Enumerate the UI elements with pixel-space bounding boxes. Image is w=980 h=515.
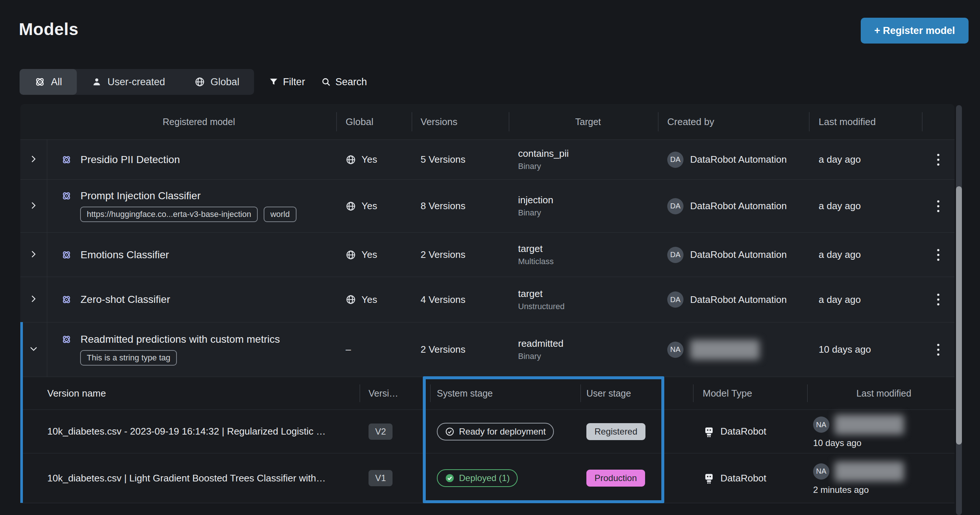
- tab-all[interactable]: All: [19, 69, 77, 95]
- filter-button[interactable]: Filter: [269, 76, 305, 88]
- model-name[interactable]: Emotions Classifier: [81, 249, 169, 261]
- model-name[interactable]: Prompt Injection Classifier: [81, 190, 200, 202]
- user-stage-badge: Registered: [586, 423, 646, 440]
- collapse-button[interactable]: [20, 322, 47, 377]
- register-model-button[interactable]: + Register model: [861, 18, 969, 44]
- filter-controls: All User-created Global Filt: [19, 69, 367, 95]
- avatar: NA: [667, 342, 684, 358]
- chevron-down-icon: [30, 345, 38, 355]
- column-target[interactable]: Target: [509, 104, 658, 139]
- model-registry-icon: [61, 155, 72, 165]
- subtable-header: Version name Versi… System stage User st…: [20, 377, 955, 409]
- avatar: DA: [667, 152, 684, 168]
- version-row[interactable]: 10k_diabetes.csv - 2023-09-19 16:14:32 |…: [20, 409, 955, 453]
- column-sub-last-modified[interactable]: Last modified: [807, 377, 955, 409]
- globe-icon: [345, 295, 356, 305]
- versions-value: 2 Versions: [412, 344, 509, 355]
- tab-group: All User-created Global: [19, 69, 254, 95]
- versions-value: 2 Versions: [412, 249, 509, 260]
- globe-icon: [345, 201, 356, 211]
- column-version[interactable]: Versi…: [360, 377, 430, 409]
- created-by-name: DataRobot Automation: [690, 200, 787, 212]
- expand-button[interactable]: [20, 140, 47, 179]
- search-button[interactable]: Search: [321, 76, 367, 88]
- table-row[interactable]: Emotions Classifier Yes 2 Versions targe…: [20, 232, 955, 277]
- version-row[interactable]: 10k_diabetes.csv | Light Gradient Booste…: [20, 453, 955, 503]
- last-modified-value: a day ago: [809, 154, 922, 165]
- model-type-value: DataRobot: [721, 472, 766, 484]
- kebab-icon: [937, 294, 939, 306]
- model-registry-icon: [61, 334, 72, 345]
- search-label: Search: [335, 76, 367, 88]
- column-versions[interactable]: Versions: [412, 104, 509, 139]
- expanded-row-accent: [20, 322, 23, 503]
- created-by-name: DataRobot Automation: [690, 249, 787, 260]
- column-last-modified[interactable]: Last modified: [809, 104, 922, 139]
- row-actions-button[interactable]: [922, 200, 955, 212]
- chevron-right-icon: [30, 155, 38, 165]
- target-name: contains_pii: [518, 148, 658, 159]
- tab-all-label: All: [51, 76, 62, 88]
- target-name: target: [518, 243, 658, 255]
- scrollbar-thumb[interactable]: [956, 186, 962, 445]
- row-actions-button[interactable]: [922, 249, 955, 261]
- tab-user-created-label: User-created: [107, 76, 165, 88]
- model-registry-icon: [61, 250, 72, 260]
- avatar: DA: [667, 292, 684, 308]
- table-row[interactable]: Presidio PII Detection Yes 5 Versions co…: [20, 139, 955, 179]
- system-stage-badge: Deployed (1): [437, 469, 518, 487]
- table-row[interactable]: Prompt Injection Classifier https://hugg…: [20, 179, 955, 232]
- redacted-user-name: [835, 461, 904, 482]
- created-by-name: DataRobot Automation: [690, 294, 787, 306]
- last-modified-value: a day ago: [809, 249, 922, 260]
- kebab-icon: [937, 200, 939, 212]
- user-icon: [92, 77, 102, 87]
- column-version-name[interactable]: Version name: [20, 377, 360, 409]
- avatar: DA: [667, 198, 684, 214]
- tab-global[interactable]: Global: [180, 69, 254, 95]
- target-type: Unstructured: [518, 302, 658, 311]
- expand-button[interactable]: [20, 180, 47, 232]
- row-actions-button[interactable]: [922, 154, 955, 166]
- version-name[interactable]: 10k_diabetes.csv - 2023-09-19 16:14:32 |…: [20, 426, 360, 437]
- column-model-type[interactable]: Model Type: [693, 377, 807, 409]
- expand-button[interactable]: [20, 233, 47, 277]
- redacted-user-name: [835, 415, 904, 434]
- column-actions-spacer: [922, 104, 955, 139]
- system-stage-badge: Ready for deployment: [437, 423, 554, 441]
- last-modified-value: a day ago: [809, 200, 922, 212]
- expand-button[interactable]: [20, 277, 47, 322]
- target-type: Binary: [518, 162, 658, 171]
- tab-user-created[interactable]: User-created: [77, 69, 180, 95]
- column-registered-model[interactable]: Registered model: [47, 104, 336, 139]
- target-name: readmitted: [518, 338, 658, 349]
- column-user-stage[interactable]: User stage: [581, 377, 693, 409]
- robot-icon: [703, 472, 715, 484]
- filter-icon: [269, 77, 278, 87]
- kebab-icon: [937, 249, 939, 261]
- column-created-by[interactable]: Created by: [658, 104, 809, 139]
- table-row[interactable]: Zero-shot Classifier Yes 4 Versions targ…: [20, 277, 955, 322]
- model-registry-icon: [61, 295, 72, 305]
- user-stage-badge: Production: [586, 470, 645, 486]
- scrollbar[interactable]: [956, 105, 962, 515]
- model-registry-icon: [61, 191, 72, 201]
- version-name[interactable]: 10k_diabetes.csv | Light Gradient Booste…: [20, 472, 360, 484]
- created-by-name: DataRobot Automation: [690, 154, 787, 165]
- model-name[interactable]: Readmitted predictions with custom metri…: [81, 333, 280, 345]
- filter-label: Filter: [283, 76, 305, 88]
- model-name[interactable]: Presidio PII Detection: [81, 154, 180, 166]
- column-global[interactable]: Global: [336, 104, 412, 139]
- row-actions-button[interactable]: [922, 344, 955, 356]
- avatar: DA: [667, 247, 684, 263]
- kebab-icon: [937, 344, 939, 356]
- models-page: Models + Register model All User-created: [0, 0, 980, 515]
- chevron-right-icon: [30, 295, 38, 304]
- target-name: injection: [518, 195, 658, 206]
- model-name[interactable]: Zero-shot Classifier: [81, 294, 170, 306]
- versions-value: 8 Versions: [412, 200, 509, 212]
- last-modified-value: 10 days ago: [809, 344, 922, 355]
- row-actions-button[interactable]: [922, 294, 955, 306]
- table-row-expanded[interactable]: Readmitted predictions with custom metri…: [20, 322, 955, 377]
- column-system-stage[interactable]: System stage: [430, 377, 581, 409]
